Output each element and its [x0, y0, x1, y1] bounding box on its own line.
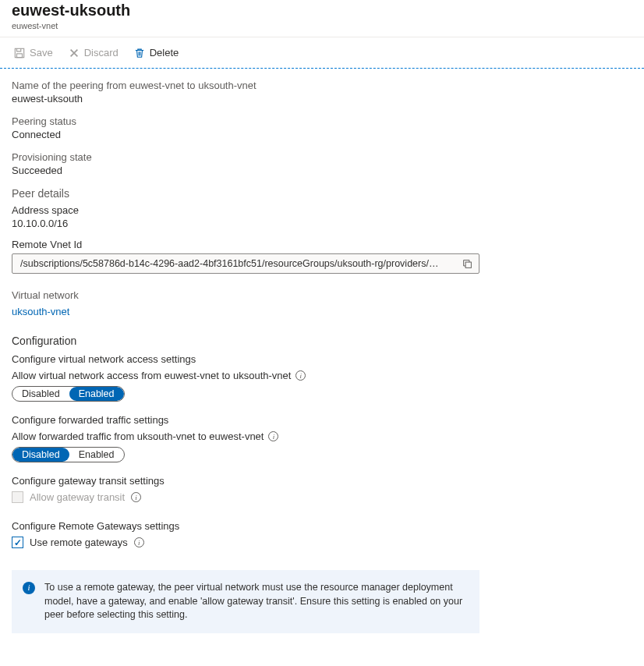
remote-vnet-id-input[interactable]: /subscriptions/5c58786d-b14c-4296-aad2-4…: [20, 258, 458, 269]
rg-settings-heading: Configure Remote Gateways settings: [12, 520, 632, 532]
configuration-heading: Configuration: [12, 335, 632, 347]
fwd-settings-heading: Configure forwarded traffic settings: [12, 414, 632, 426]
use-remote-gateways-checkbox[interactable]: [12, 537, 23, 548]
peering-status-label: Peering status: [12, 115, 632, 127]
close-icon: [69, 48, 80, 58]
page-subtitle: euwest-vnet: [12, 21, 632, 30]
fwd-toggle[interactable]: Disabled Enabled: [12, 447, 125, 462]
info-notice: i To use a remote gateway, the peer virt…: [12, 570, 479, 633]
address-space-value: 10.10.0.0/16: [12, 218, 632, 229]
trash-icon: [134, 48, 145, 58]
fwd-label: Allow forwarded traffic from uksouth-vne…: [12, 430, 264, 442]
fwd-toggle-enabled[interactable]: Enabled: [69, 448, 124, 462]
vna-toggle-enabled[interactable]: Enabled: [69, 387, 124, 401]
delete-button[interactable]: Delete: [126, 42, 187, 63]
peering-name-label: Name of the peering from euwest-vnet to …: [12, 80, 632, 91]
svg-rect-2: [465, 262, 471, 267]
use-remote-gateways-label: Use remote gateways: [30, 537, 128, 548]
info-icon[interactable]: i: [131, 492, 141, 502]
command-bar: Save Discard Delete: [0, 37, 644, 69]
peer-details-heading: Peer details: [12, 187, 632, 200]
vna-label: Allow virtual network access from euwest…: [12, 370, 291, 381]
info-notice-text: To use a remote gateway, the peer virtua…: [44, 581, 467, 622]
page-title: euwest-uksouth: [12, 0, 632, 20]
address-space-label: Address space: [12, 204, 632, 216]
gw-settings-heading: Configure gateway transit settings: [12, 475, 632, 487]
vna-settings-heading: Configure virtual network access setting…: [12, 353, 632, 365]
virtual-network-label: Virtual network: [12, 289, 632, 301]
info-icon: i: [23, 582, 35, 594]
info-icon[interactable]: i: [268, 431, 278, 441]
discard-button[interactable]: Discard: [61, 42, 126, 63]
info-icon[interactable]: i: [295, 370, 306, 381]
copy-button[interactable]: [458, 259, 476, 269]
save-button[interactable]: Save: [6, 42, 61, 63]
allow-gateway-transit-label: Allow gateway transit: [30, 491, 125, 503]
info-icon[interactable]: i: [134, 537, 144, 547]
vna-toggle-disabled[interactable]: Disabled: [12, 387, 69, 401]
svg-rect-1: [17, 53, 23, 57]
remote-vnet-id-label: Remote Vnet Id: [12, 239, 632, 250]
provisioning-state-value: Succeeded: [12, 165, 632, 176]
vna-toggle[interactable]: Disabled Enabled: [12, 386, 125, 402]
fwd-toggle-disabled[interactable]: Disabled: [12, 448, 69, 462]
save-icon: [14, 48, 25, 58]
provisioning-state-label: Provisioning state: [12, 151, 632, 163]
copy-icon: [462, 259, 472, 269]
peering-status-value: Connected: [12, 129, 632, 140]
virtual-network-link[interactable]: uksouth-vnet: [12, 306, 69, 317]
peering-name-value: euwest-uksouth: [12, 93, 632, 105]
allow-gateway-transit-checkbox: [12, 491, 23, 503]
